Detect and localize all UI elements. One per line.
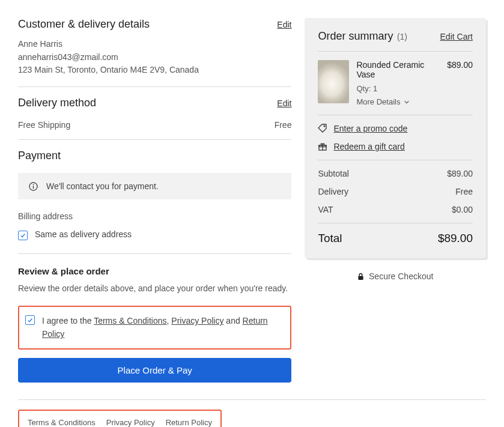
svg-point-1 bbox=[33, 184, 34, 185]
agree-checkbox[interactable] bbox=[25, 315, 35, 325]
edit-delivery-link[interactable]: Edit bbox=[277, 98, 291, 108]
terms-link[interactable]: Terms & Conditions bbox=[94, 316, 166, 326]
delivery-heading: Delivery method bbox=[18, 97, 96, 109]
secure-checkout-label: Secure Checkout bbox=[369, 271, 433, 281]
tag-icon bbox=[318, 124, 327, 133]
subtotal-value: $89.00 bbox=[447, 169, 473, 178]
item-thumbnail bbox=[318, 60, 349, 103]
promo-code-link[interactable]: Enter a promo code bbox=[333, 124, 407, 133]
footer-terms-link[interactable]: Terms & Conditions bbox=[28, 418, 96, 427]
customer-name: Anne Harris bbox=[18, 38, 291, 51]
gift-icon bbox=[318, 142, 327, 151]
lock-icon bbox=[357, 273, 364, 280]
total-label: Total bbox=[318, 232, 342, 245]
customer-address: 123 Main St, Toronto, Ontario M4E 2V9, C… bbox=[18, 64, 291, 77]
privacy-link[interactable]: Privacy Policy bbox=[171, 316, 223, 326]
delivery-method-name: Free Shipping bbox=[18, 120, 70, 130]
edit-customer-link[interactable]: Edit bbox=[277, 20, 291, 29]
vat-label: VAT bbox=[318, 205, 333, 214]
agree-text: I agree to the Terms & Conditions, Priva… bbox=[42, 314, 284, 341]
edit-cart-link[interactable]: Edit Cart bbox=[440, 32, 473, 41]
agree-highlight: I agree to the Terms & Conditions, Priva… bbox=[18, 306, 291, 350]
delivery-value: Free bbox=[455, 187, 473, 196]
payment-info-text: We'll contact you for payment. bbox=[46, 181, 159, 191]
secure-checkout: Secure Checkout bbox=[305, 271, 486, 281]
customer-heading: Customer & delivery details bbox=[18, 18, 150, 31]
agree-and: and bbox=[223, 316, 242, 326]
total-value: $89.00 bbox=[438, 232, 473, 245]
payment-info-box: We'll contact you for payment. bbox=[18, 173, 291, 199]
more-details-label: More Details bbox=[356, 97, 400, 106]
footer-return-link[interactable]: Return Policy bbox=[166, 418, 212, 427]
place-order-button[interactable]: Place Order & Pay bbox=[18, 358, 291, 383]
order-summary-count: (1) bbox=[397, 32, 407, 41]
svg-point-3 bbox=[324, 126, 325, 127]
cart-item-row: Rounded Ceramic Vase Qty: 1 More Details… bbox=[318, 60, 473, 106]
chevron-down-icon bbox=[404, 99, 410, 105]
delivery-method-price: Free bbox=[275, 120, 292, 130]
review-description: Review the order details above, and plac… bbox=[18, 282, 291, 295]
review-heading: Review & place order bbox=[18, 266, 291, 276]
order-summary-heading: Order summary bbox=[318, 30, 393, 42]
item-name: Rounded Ceramic Vase bbox=[356, 60, 440, 79]
more-details-toggle[interactable]: More Details bbox=[356, 97, 410, 106]
svg-rect-7 bbox=[358, 276, 363, 279]
same-address-checkbox[interactable] bbox=[18, 231, 28, 240]
vat-value: $0.00 bbox=[452, 205, 473, 214]
billing-address-label: Billing address bbox=[18, 211, 291, 221]
gift-card-link[interactable]: Redeem a gift card bbox=[333, 142, 404, 151]
svg-rect-2 bbox=[33, 186, 34, 189]
item-price: $89.00 bbox=[447, 60, 473, 106]
footer-links-highlight: Terms & Conditions Privacy Policy Return… bbox=[18, 410, 222, 427]
payment-heading: Payment bbox=[18, 150, 291, 162]
subtotal-label: Subtotal bbox=[318, 169, 348, 178]
customer-email: anneharris043@zmail.com bbox=[18, 51, 291, 64]
same-address-label: Same as delivery address bbox=[35, 229, 132, 239]
info-icon bbox=[29, 182, 38, 191]
order-summary-panel: Order summary (1) Edit Cart Rounded Cera… bbox=[305, 18, 486, 258]
item-qty: Qty: 1 bbox=[356, 84, 440, 93]
delivery-label: Delivery bbox=[318, 187, 348, 196]
agree-prefix: I agree to the bbox=[42, 316, 94, 326]
footer-privacy-link[interactable]: Privacy Policy bbox=[106, 418, 155, 427]
